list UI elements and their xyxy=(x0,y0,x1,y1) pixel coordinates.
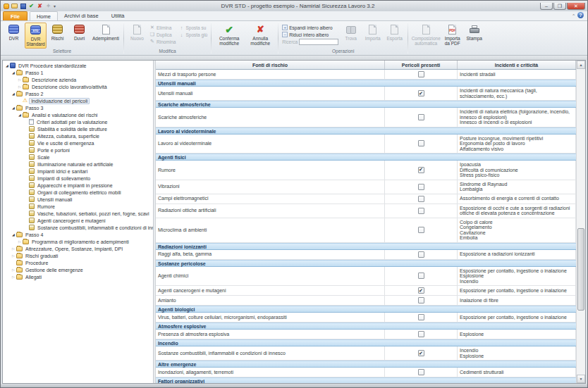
disabled-tool-icon[interactable]: ✦ xyxy=(45,3,51,9)
elimina-button[interactable]: ✕ Elimina xyxy=(149,25,176,30)
pericolo-checkbox[interactable] xyxy=(418,297,424,303)
tree-item[interactable]: Utensili manuali xyxy=(3,196,153,203)
tree-item[interactable]: ▷Programma di miglioramento e adempiment… xyxy=(3,238,153,245)
trova-button[interactable]: Trova xyxy=(340,23,362,49)
conferma-modifiche-button[interactable]: ✔ Conferma modifiche xyxy=(214,23,245,49)
pericolo-checkbox[interactable] xyxy=(418,196,424,202)
tree-item[interactable]: ◢Passo 3 xyxy=(3,104,153,111)
vertical-scrollbar[interactable]: ▲ ▼ xyxy=(576,61,585,383)
table-row[interactable]: Mezzi di trasporto personeIncidenti stra… xyxy=(156,70,576,80)
tree-item[interactable]: Sostanze combustibili, infiammabili e co… xyxy=(3,224,153,231)
pericolo-checkbox[interactable]: ✔ xyxy=(418,167,424,173)
duplica-button[interactable]: ❏ Duplica xyxy=(149,32,176,37)
header-fonti-di-rischio[interactable]: Fonti di rischio xyxy=(156,61,385,69)
tree-item[interactable]: Stabilità e solidità delle strutture xyxy=(3,125,153,132)
pericolo-checkbox[interactable] xyxy=(418,369,424,375)
collapse-arrow-icon[interactable]: ◢ xyxy=(4,62,10,69)
table-row[interactable]: Agenti chimiciEsposizione per contatto, … xyxy=(156,267,576,287)
table-row[interactable]: Agenti cancerogeni e mutageni✔Esposizion… xyxy=(156,286,576,296)
tree-item[interactable]: Porte e portoni xyxy=(3,146,153,154)
save-icon[interactable] xyxy=(20,3,26,9)
expand-arrow-icon[interactable]: ▷ xyxy=(17,83,23,90)
table-row[interactable]: Scariche atmosfericheIncidenti di natura… xyxy=(156,108,576,127)
table-row[interactable]: VibrazioniSindrome di RaynaudLombalgia xyxy=(156,180,576,194)
tree-item[interactable]: Agenti cancerogeni e mutageni xyxy=(3,217,153,224)
table-row[interactable]: Lavoro al videoterminalePosture incongru… xyxy=(156,134,576,154)
composizione-automatica-button[interactable]: Composizione automatica xyxy=(410,23,441,49)
pericolo-checkbox[interactable] xyxy=(418,273,424,279)
scroll-up-icon[interactable]: ▲ xyxy=(577,61,585,69)
tab-home[interactable]: Home xyxy=(30,11,58,20)
search-input[interactable] xyxy=(299,39,338,45)
collapse-arrow-icon[interactable]: ◢ xyxy=(11,90,16,97)
riduci-albero-button[interactable]: − Riduci intero albero xyxy=(282,32,338,37)
tree-item[interactable]: Vasche, tubazioni, serbatoi, pozzi neri,… xyxy=(3,210,153,217)
collapse-arrow-icon[interactable]: ◢ xyxy=(11,231,16,238)
expand-arrow-icon[interactable]: ▷ xyxy=(11,252,16,259)
table-row[interactable]: Raggi alfa, beta, gammaEsposizione a rad… xyxy=(156,250,576,260)
maximize-button[interactable]: ❐ xyxy=(553,3,566,10)
pericolo-checkbox[interactable]: ✔ xyxy=(418,287,424,294)
tree-item[interactable]: ▷Attrezzature, Opere, Sostanze, Impianti… xyxy=(3,245,153,252)
minimize-button[interactable]: – xyxy=(540,3,553,10)
pericolo-checkbox[interactable] xyxy=(418,227,424,233)
stampa-button[interactable]: Stampa xyxy=(463,23,485,49)
table-row[interactable]: Utensili manuali✔Incidenti di natura mec… xyxy=(156,87,576,101)
tree-item[interactable]: ▷Rischi graduati xyxy=(3,252,153,259)
tree-item[interactable]: Rumore xyxy=(3,203,153,210)
tree-item[interactable]: Impianti idrici e sanitari xyxy=(3,168,153,175)
scroll-down-icon[interactable]: ▼ xyxy=(577,375,585,383)
tree-item[interactable]: Procedure xyxy=(3,259,153,266)
esporta-button[interactable]: Esporta xyxy=(384,23,405,49)
duvri-button[interactable]: Duvri xyxy=(68,23,90,49)
open-folder-icon[interactable] xyxy=(11,3,18,9)
collapse-ribbon-icon[interactable]: ^ xyxy=(572,13,575,18)
tree-item[interactable]: ⚠Individuazione dei pericoli xyxy=(3,97,153,104)
tab-file[interactable]: File xyxy=(3,11,27,20)
tab-archivi-di-base[interactable]: Archivi di base xyxy=(58,11,105,20)
table-row[interactable]: Rumore✔IpoacusiaDifficoltà di comunicazi… xyxy=(156,161,576,180)
sposta-su-button[interactable]: ↑ Sposta su xyxy=(178,25,207,30)
cancel-icon[interactable]: ✘ xyxy=(37,3,43,9)
scrollbar-thumb[interactable] xyxy=(577,228,584,311)
pericolo-checkbox[interactable] xyxy=(418,71,424,77)
scrollbar-track[interactable] xyxy=(577,69,585,375)
confirm-icon[interactable]: ✔ xyxy=(28,3,35,9)
pericolo-checkbox[interactable] xyxy=(418,184,424,190)
pericolo-checkbox[interactable] xyxy=(418,114,424,120)
tree-item[interactable]: ◢Passo 4 xyxy=(3,231,153,238)
app-icon[interactable] xyxy=(3,3,9,9)
close-button[interactable]: ✕ xyxy=(567,3,585,10)
dvr-button[interactable]: DVR xyxy=(3,23,25,49)
importa-da-pdf-button[interactable]: PDF Importa da PDF xyxy=(441,23,463,49)
importa-button[interactable]: Importa xyxy=(362,23,384,49)
help-icon[interactable]: ? xyxy=(577,12,584,18)
table-row[interactable]: Inondazioni, allagamenti, terremotiCedim… xyxy=(156,368,576,377)
tree-item[interactable]: ▷Descrizione ciclo lavorativo/attività xyxy=(3,83,153,90)
tree-item[interactable]: Apparecchi e impianti in pressione xyxy=(3,182,153,189)
table-row[interactable]: Radiazioni ottiche artificialiEsposizion… xyxy=(156,204,576,218)
dvr-standard-button[interactable]: STD DVR Standard xyxy=(25,23,47,49)
tree-item[interactable]: Scale xyxy=(3,154,153,161)
table-row[interactable]: Virus, batteri, colture cellulari, micro… xyxy=(156,313,576,323)
collapse-arrow-icon[interactable]: ◢ xyxy=(17,111,23,118)
pericolo-checkbox[interactable] xyxy=(418,251,424,258)
pericolo-checkbox[interactable] xyxy=(418,314,424,320)
collapse-arrow-icon[interactable]: ◢ xyxy=(11,69,16,76)
annulla-modifiche-button[interactable]: ✘ Annulla modifiche xyxy=(245,23,276,49)
expand-arrow-icon[interactable]: ▷ xyxy=(11,245,16,252)
tree-item[interactable]: Impianti di sollevamento xyxy=(3,175,153,182)
tree-item[interactable]: Altezza, cubatura, superficie xyxy=(3,132,153,139)
tree-item[interactable]: Criteri adottati per la valutazione xyxy=(3,118,153,125)
tree-item[interactable]: Illuminazione naturale ed artificiale xyxy=(3,161,153,168)
pericolo-checkbox[interactable]: ✔ xyxy=(418,350,424,356)
tree-item[interactable]: ▷Gestione delle emergenze xyxy=(3,266,153,273)
rischi-button[interactable]: Rischi xyxy=(47,23,68,49)
table-row[interactable]: Presenza di atmosfera esplosivaEsplosion… xyxy=(156,330,576,339)
table-row[interactable]: Campi elettromagneticiAssorbimento di en… xyxy=(156,194,576,204)
rinomina-button[interactable]: ✎ Rinomina xyxy=(149,39,176,44)
tab-utilita[interactable]: Utilità xyxy=(105,11,131,20)
header-incidenti-criticita[interactable]: Incidenti e criticità xyxy=(458,61,576,69)
tree-item[interactable]: ◢Passo 1 xyxy=(3,69,153,76)
pericolo-checkbox[interactable] xyxy=(418,140,424,146)
